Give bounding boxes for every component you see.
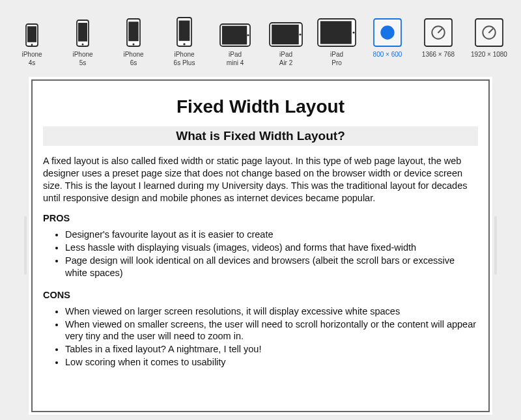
device-option-iphone-6sp[interactable]: iPhone6s Plus xyxy=(165,16,204,67)
device-option-desktop-1366[interactable]: 1366 × 768 xyxy=(419,16,458,59)
device-label: 1920 × 1080 xyxy=(471,51,507,59)
device-option-desktop-1920[interactable]: 1920 × 1080 xyxy=(470,16,509,59)
device-label: 800 × 600 xyxy=(373,51,402,59)
device-label: iPad xyxy=(330,51,343,59)
svg-point-17 xyxy=(299,33,301,35)
device-option-ipad-air2[interactable]: iPadAir 2 xyxy=(266,16,305,67)
device-sublabel: mini 4 xyxy=(227,59,244,68)
device-option-ipad-mini4[interactable]: iPadmini 4 xyxy=(216,16,255,67)
tablet-device-icon xyxy=(317,16,356,47)
device-label: iPhone xyxy=(174,51,194,59)
svg-point-5 xyxy=(82,44,84,46)
device-sublabel: 6s Plus xyxy=(174,59,195,68)
device-option-ipad-pro[interactable]: iPadPro xyxy=(317,16,356,67)
svg-rect-7 xyxy=(128,21,138,41)
list-item: Designer's favourite layout as it is eas… xyxy=(65,229,478,241)
list-item: Low scoring when it comes to usability xyxy=(65,356,478,369)
svg-point-11 xyxy=(183,43,185,45)
svg-rect-10 xyxy=(179,21,190,41)
svg-point-2 xyxy=(31,44,33,46)
tablet-device-icon xyxy=(269,16,303,47)
device-sublabel: Pro xyxy=(331,59,342,68)
compass-icon xyxy=(373,16,402,47)
preview-area: Fixed Width Layout What is Fixed Width L… xyxy=(0,70,521,420)
compass-icon xyxy=(424,16,453,47)
device-label: 1366 × 768 xyxy=(422,51,455,59)
device-label: iPhone xyxy=(21,51,42,59)
device-sublabel: 5s xyxy=(79,59,87,68)
page-subtitle: What is Fixed Width Layout? xyxy=(43,126,478,146)
device-label: iPad xyxy=(279,51,292,59)
page-title: Fixed Width Layout xyxy=(43,96,478,117)
list-item: Tables in a fixed layout? A nightmare, I… xyxy=(65,343,478,356)
device-sublabel: 4s xyxy=(29,59,36,68)
responsive-device-bar: iPhone4s iPhone5s iPhone6s iPhone6s Plus… xyxy=(0,0,521,70)
svg-rect-16 xyxy=(272,25,299,44)
svg-point-20 xyxy=(352,31,354,33)
device-sublabel: Air 2 xyxy=(279,59,293,68)
device-label: iPhone xyxy=(72,51,92,59)
phone-device-icon xyxy=(176,16,192,47)
compass-icon xyxy=(475,16,503,47)
phone-device-icon xyxy=(126,16,141,47)
device-option-iphone-5s[interactable]: iPhone5s xyxy=(63,16,102,67)
device-option-iphone-4s[interactable]: iPhone4s xyxy=(12,16,51,67)
svg-point-8 xyxy=(132,44,134,46)
list-item: Page design will look identical on all d… xyxy=(65,255,478,279)
device-option-desktop-800[interactable]: 800 × 600 xyxy=(368,16,407,59)
svg-point-14 xyxy=(247,34,249,36)
phone-device-icon xyxy=(76,16,89,47)
pros-heading: PROS xyxy=(43,213,478,223)
intro-paragraph: A fixed layout is also called fixed widt… xyxy=(43,155,478,204)
cons-heading: CONS xyxy=(43,290,478,300)
phone-device-icon xyxy=(25,16,38,47)
svg-rect-13 xyxy=(222,26,247,45)
device-label: iPad xyxy=(229,51,242,59)
cons-list: When viewed on larger screen resolutions… xyxy=(43,305,478,369)
pros-list: Designer's favourite layout as it is eas… xyxy=(43,229,478,279)
device-label: iPhone xyxy=(123,51,143,59)
svg-rect-19 xyxy=(320,21,352,44)
resize-handle-left[interactable] xyxy=(24,216,27,275)
list-item: When viewed on smaller screens, the user… xyxy=(65,318,478,343)
device-option-iphone-6s[interactable]: iPhone6s xyxy=(114,16,153,67)
tablet-device-icon xyxy=(219,16,251,47)
svg-rect-4 xyxy=(78,23,87,42)
preview-frame: Fixed Width Layout What is Fixed Width L… xyxy=(31,79,490,412)
list-item: When viewed on larger screen resolutions… xyxy=(65,305,478,318)
svg-rect-1 xyxy=(27,26,36,42)
device-sublabel: 6s xyxy=(130,59,137,68)
list-item: Less hassle with displaying visuals (ima… xyxy=(65,242,478,254)
resize-handle-right[interactable] xyxy=(494,216,497,275)
